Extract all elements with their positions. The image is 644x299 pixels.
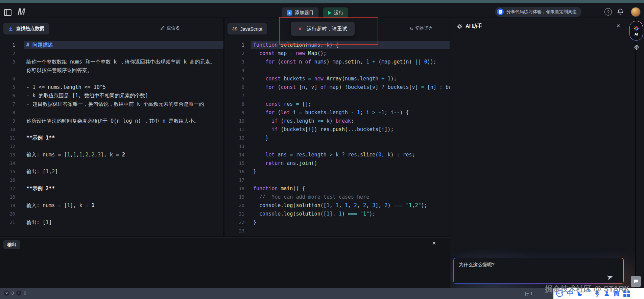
line-number: 1 — [224, 41, 244, 49]
app-logo[interactable]: M — [18, 7, 25, 17]
ai-panel-header: AI 助手 — [457, 23, 482, 29]
code-editor[interactable]: 1function solution(nums, k) {2 const map… — [224, 41, 450, 235]
problem-editor[interactable]: 1# 问题描述23给你一个整数数组 nums 和一个整数 k ，请你返回其中出现… — [0, 41, 223, 227]
top-header-bar: M + 添加题目 运行 分享代码练习体验，领限量定制周边 ? — [0, 3, 644, 18]
output-close-icon[interactable]: ✕ — [432, 241, 436, 246]
js-badge: JS — [232, 27, 238, 31]
ai-assistant-panel: AI 助手 ✕ 为什么这么慢呢? — [450, 18, 635, 288]
line-number: 14 — [224, 151, 244, 159]
play-icon — [328, 11, 331, 15]
header-divider — [598, 9, 598, 14]
line-text — [251, 176, 450, 184]
line-number: 10 — [0, 125, 15, 134]
language-tab-javascript[interactable]: JS JavaScript — [228, 23, 267, 34]
editor-line: 9你所设计算法的时间复杂度必须优于 O(n log n) ，其中 n 是数组大小… — [0, 117, 223, 125]
editor-line: 17**示例 2** — [0, 184, 223, 193]
line-number: 19 — [0, 201, 15, 210]
line-number: 9 — [224, 108, 244, 117]
line-text: if (buckets[i]) res.push(...buckets[i]); — [251, 125, 450, 134]
editor-line: 12 — [0, 142, 223, 151]
ai-close-icon[interactable]: ✕ — [616, 23, 621, 29]
top-accent-strip — [0, 0, 644, 3]
editor-line: 11**示例 1** — [0, 134, 223, 142]
problem-tab-label: 查找热点数据 — [16, 26, 44, 32]
line-text: for (const [n, v] of map) !buckets[v] ? … — [251, 83, 450, 92]
output-tab[interactable]: 输出 — [3, 240, 20, 249]
line-number: 17 — [0, 184, 15, 193]
line-number: 3 — [224, 58, 244, 66]
help-icon[interactable]: ? — [604, 8, 612, 16]
line-text: **示例 2** — [24, 184, 223, 193]
notification-bell-icon[interactable] — [617, 8, 624, 15]
line-number: 4 — [0, 75, 15, 83]
user-avatar[interactable] — [631, 7, 641, 17]
editor-line: 21输出: [1] — [0, 218, 223, 227]
line-text: } — [251, 134, 450, 142]
line-text — [24, 193, 223, 201]
line-number: 10 — [224, 117, 244, 125]
line-text — [24, 159, 223, 168]
sparkle-icon — [457, 24, 462, 29]
switch-language-label: 切换语言 — [415, 25, 433, 31]
output-panel: 输出 ✕ — [0, 237, 450, 288]
toast-message: 运行超时，请重试 — [307, 26, 347, 32]
chat-bubble-button[interactable] — [631, 276, 641, 287]
line-text — [24, 142, 223, 151]
line-text: 输出: [1,2] — [24, 168, 223, 176]
line-number: 15 — [0, 168, 15, 176]
line-text — [251, 142, 450, 151]
editor-line: 14 — [0, 159, 223, 168]
sidebar-toggle-icon[interactable] — [4, 9, 12, 16]
line-number: 13 — [0, 151, 15, 159]
errors-icon: ✕ — [4, 291, 9, 296]
line-text — [251, 92, 450, 100]
line-number: 1 — [0, 41, 15, 49]
add-problem-button[interactable]: + 添加题目 — [282, 7, 318, 18]
line-number: 4 — [224, 66, 244, 75]
editor-line: 3 for (const n of nums) map.set(n, 1 + (… — [224, 58, 450, 66]
editor-line: 3给你一个整数数组 nums 和一个整数 k ，请你返回其中出现频率前 k 高的… — [0, 58, 223, 66]
send-icon[interactable] — [606, 273, 614, 281]
promo-banner[interactable]: 分享代码练习体验，领限量定制周边 — [495, 7, 581, 17]
editor-line: 15输出: [1,2] — [0, 168, 223, 176]
line-number: 14 — [0, 159, 15, 168]
editor-line: 4 — [0, 75, 223, 83]
line-number: 19 — [224, 193, 244, 201]
line-text: } — [251, 168, 450, 176]
line-number: 7 — [0, 100, 15, 108]
line-text: function main() { — [251, 184, 450, 193]
line-text: 输入: nums = [1], k = 1 — [24, 201, 223, 210]
magic-sparkle-icon — [634, 26, 639, 31]
line-number: 20 — [224, 201, 244, 210]
line-number: 8 — [0, 108, 15, 117]
line-text — [24, 49, 223, 58]
line-text: const buckets = new Array(nums.length + … — [251, 75, 450, 83]
problems-summary[interactable]: ✕ 0 ! 0 — [4, 291, 26, 296]
problem-tab[interactable]: 查找热点数据 — [3, 23, 49, 34]
editor-line: 6- k 的取值范围是 [1, 数组中不相同的元素的个数] — [0, 92, 223, 100]
ai-sidebar-button[interactable]: AI — [629, 21, 643, 41]
line-text: 给你一个整数数组 nums 和一个整数 k ，请你返回其中出现频率前 k 高的元… — [24, 58, 223, 66]
editor-line: 8 const res = []; — [224, 100, 450, 108]
run-button[interactable]: 运行 — [323, 7, 348, 18]
editor-line: 5 const buckets = new Array(nums.length … — [224, 75, 450, 83]
editor-line: 16 — [0, 176, 223, 184]
line-text: # 问题描述 — [24, 41, 223, 49]
right-toolbar-strip — [636, 18, 644, 288]
editor-line: 11 if (buckets[i]) res.push(...buckets[i… — [224, 125, 450, 134]
switch-language-button[interactable]: ⇆ 切换语言 — [410, 25, 433, 31]
errors-count: 0 — [11, 291, 14, 296]
line-text: - 题目数据保证答案唯一，换句话说，数组中前 k 个高频元素的集合是唯一的 — [24, 100, 223, 108]
line-number: 8 — [224, 100, 244, 108]
line-text: - 1 <= nums.length <= 10^5 — [24, 83, 223, 92]
editor-line: 22} — [224, 218, 450, 227]
bug-report-icon[interactable] — [633, 44, 640, 51]
line-text — [251, 66, 450, 75]
line-text — [24, 125, 223, 134]
editor-line: 2 const map = new Map(); — [224, 49, 450, 58]
editor-line: 4 — [224, 66, 450, 75]
problem-panel: 查找热点数据 重命名 1# 问题描述23给你一个整数数组 nums 和一个整数 … — [0, 18, 223, 236]
rename-button[interactable]: 重命名 — [160, 25, 180, 31]
ai-chat-input[interactable]: 为什么这么慢呢? — [453, 258, 624, 284]
line-text: **示例 1** — [24, 134, 223, 142]
